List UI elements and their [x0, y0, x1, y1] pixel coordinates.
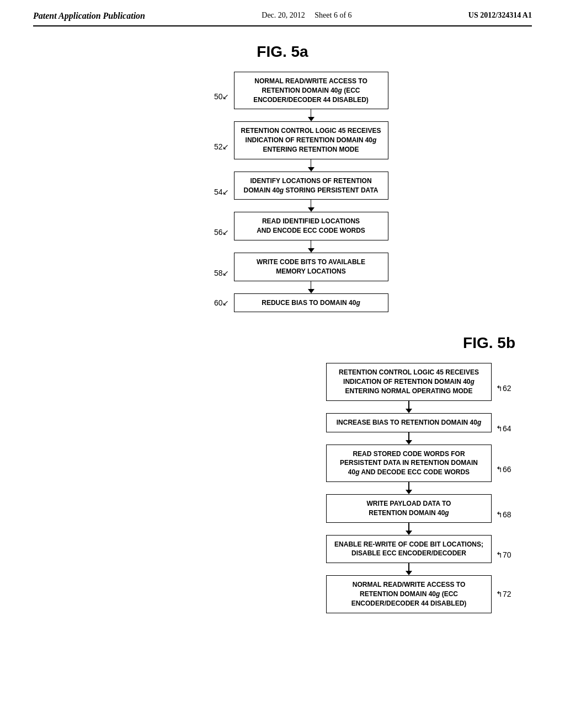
arrow-70-72 [406, 563, 412, 575]
arrow-62-64 [406, 401, 412, 413]
step-58-label: 58↙ [210, 269, 230, 277]
step-64-wrapper: INCREASE BIAS TO RETENTION DOMAIN 40g [326, 413, 492, 445]
step-52-row: 52↙ RETENTION CONTROL LOGIC 45 RECEIVESI… [210, 121, 388, 171]
step-60-box: REDUCE BIAS TO DOMAIN 40g [234, 293, 388, 313]
step-60-wrapper: REDUCE BIAS TO DOMAIN 40g [234, 293, 388, 313]
step-54-wrapper: IDENTIFY LOCATIONS OF RETENTIONDOMAIN 40… [234, 172, 388, 212]
patent-number: US 2012/324314 A1 [468, 11, 532, 20]
step-62-wrapper: RETENTION CONTROL LOGIC 45 RECEIVESINDIC… [326, 363, 492, 413]
arrow-66-68 [406, 482, 412, 494]
step-70-row: ENABLE RE-WRITE OF CODE BIT LOCATIONS;DI… [326, 535, 515, 576]
step-64-label: ↰64 [496, 424, 515, 433]
page-header: Patent Application Publication Dec. 20, … [33, 11, 532, 26]
step-56-label: 56↙ [210, 228, 230, 237]
step-56-box: READ IDENTIFIED LOCATIONSAND ENCODE ECC … [234, 212, 388, 240]
step-50-box: NORMAL READ/WRITE ACCESS TORETENTION DOM… [234, 72, 388, 109]
arrow-64-66 [406, 432, 412, 445]
step-54-label: 54↙ [210, 188, 230, 196]
step-72-row: NORMAL READ/WRITE ACCESS TORETENTION DOM… [326, 575, 515, 613]
fig5b-flowchart: RETENTION CONTROL LOGIC 45 RECEIVESINDIC… [326, 363, 515, 613]
step-68-box: WRITE PAYLOAD DATA TORETENTION DOMAIN 40… [326, 494, 492, 523]
step-72-label: ↰72 [496, 590, 515, 598]
step-58-row: 58↙ WRITE CODE BITS TO AVAILABLEMEMORY L… [210, 253, 388, 293]
sheet-info: Sheet 6 of 6 [315, 11, 351, 19]
fig5a-title: FIG. 5a [257, 43, 308, 61]
step-66-label: ↰66 [496, 465, 515, 474]
arrow-58-60 [308, 281, 315, 293]
step-66-box: READ STORED CODE WORDS FORPERSISTENT DAT… [326, 445, 492, 482]
step-72-wrapper: NORMAL READ/WRITE ACCESS TORETENTION DOM… [326, 575, 492, 613]
step-70-label: ↰70 [496, 550, 515, 559]
step-68-wrapper: WRITE PAYLOAD DATA TORETENTION DOMAIN 40… [326, 494, 492, 535]
step-50-row: 50↙ NORMAL READ/WRITE ACCESS TORETENTION… [210, 72, 388, 121]
publication-date: Dec. 20, 2012 [262, 11, 305, 19]
step-54-row: 54↙ IDENTIFY LOCATIONS OF RETENTIONDOMAI… [210, 172, 388, 212]
arrow-54-56 [308, 200, 315, 212]
step-50-label: 50↙ [210, 92, 230, 101]
step-62-label: ↰62 [496, 384, 515, 393]
step-52-label: 52↙ [210, 142, 230, 151]
fig5a-flowchart: 50↙ NORMAL READ/WRITE ACCESS TORETENTION… [210, 72, 388, 312]
step-56-row: 56↙ READ IDENTIFIED LOCATIONSAND ENCODE … [210, 212, 388, 253]
step-58-wrapper: WRITE CODE BITS TO AVAILABLEMEMORY LOCAT… [234, 253, 388, 293]
step-52-box: RETENTION CONTROL LOGIC 45 RECEIVESINDIC… [234, 121, 388, 159]
step-68-row: WRITE PAYLOAD DATA TORETENTION DOMAIN 40… [326, 494, 515, 535]
publication-title: Patent Application Publication [33, 11, 145, 21]
page: Patent Application Publication Dec. 20, … [0, 0, 565, 728]
step-70-wrapper: ENABLE RE-WRITE OF CODE BIT LOCATIONS;DI… [326, 535, 492, 576]
arrow-68-70 [406, 523, 412, 535]
fig5b-title: FIG. 5b [463, 334, 515, 352]
header-center: Dec. 20, 2012 Sheet 6 of 6 [262, 11, 351, 20]
step-54-box: IDENTIFY LOCATIONS OF RETENTIONDOMAIN 40… [234, 172, 388, 200]
step-60-row: 60↙ REDUCE BIAS TO DOMAIN 40g [210, 293, 388, 313]
step-70-box: ENABLE RE-WRITE OF CODE BIT LOCATIONS;DI… [326, 535, 492, 564]
step-68-label: ↰68 [496, 510, 515, 519]
step-64-row: INCREASE BIAS TO RETENTION DOMAIN 40g ↰6… [326, 413, 515, 445]
step-58-box: WRITE CODE BITS TO AVAILABLEMEMORY LOCAT… [234, 253, 388, 281]
step-56-wrapper: READ IDENTIFIED LOCATIONSAND ENCODE ECC … [234, 212, 388, 253]
arrow-56-58 [308, 240, 315, 253]
figure-5a-section: FIG. 5a 50↙ NORMAL READ/WRITE ACCESS TOR… [33, 43, 532, 312]
arrow-52-54 [308, 159, 315, 172]
step-60-label: 60↙ [210, 298, 230, 307]
step-66-row: READ STORED CODE WORDS FORPERSISTENT DAT… [326, 445, 515, 494]
step-50-wrapper: NORMAL READ/WRITE ACCESS TORETENTION DOM… [234, 72, 388, 121]
step-62-box: RETENTION CONTROL LOGIC 45 RECEIVESINDIC… [326, 363, 492, 400]
step-62-row: RETENTION CONTROL LOGIC 45 RECEIVESINDIC… [326, 363, 515, 413]
step-66-wrapper: READ STORED CODE WORDS FORPERSISTENT DAT… [326, 445, 492, 494]
step-64-box: INCREASE BIAS TO RETENTION DOMAIN 40g [326, 413, 492, 432]
figure-5b-section: FIG. 5b RETENTION CONTROL LOGIC 45 RECEI… [33, 334, 532, 613]
arrow-50-52 [308, 109, 315, 121]
step-52-wrapper: RETENTION CONTROL LOGIC 45 RECEIVESINDIC… [234, 121, 388, 171]
step-72-box: NORMAL READ/WRITE ACCESS TORETENTION DOM… [326, 575, 492, 613]
